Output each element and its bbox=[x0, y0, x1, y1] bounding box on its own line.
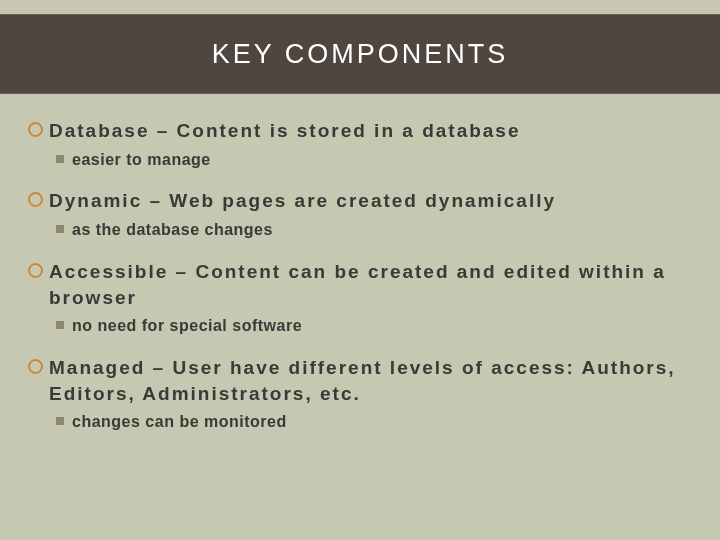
main-point: Dynamic – Web pages are created dynamica… bbox=[28, 188, 692, 214]
circle-bullet-icon bbox=[28, 122, 43, 137]
list-item: Accessible – Content can be created and … bbox=[28, 259, 692, 349]
sub-text: as the database changes bbox=[72, 220, 273, 241]
main-point: Managed – User have different levels of … bbox=[28, 355, 692, 406]
slide-title: KEY COMPONENTS bbox=[212, 39, 509, 70]
circle-bullet-icon bbox=[28, 192, 43, 207]
main-point: Database – Content is stored in a databa… bbox=[28, 118, 692, 144]
content-area: Database – Content is stored in a databa… bbox=[0, 94, 720, 445]
sub-text: easier to manage bbox=[72, 150, 211, 171]
main-text: Accessible – Content can be created and … bbox=[49, 259, 692, 310]
main-text: Managed – User have different levels of … bbox=[49, 355, 692, 406]
sub-point: easier to manage bbox=[28, 144, 692, 183]
header-band: KEY COMPONENTS bbox=[0, 14, 720, 94]
sub-point: changes can be monitored bbox=[28, 406, 692, 445]
sub-point: as the database changes bbox=[28, 214, 692, 253]
square-bullet-icon bbox=[56, 321, 64, 329]
circle-bullet-icon bbox=[28, 263, 43, 278]
main-text: Database – Content is stored in a databa… bbox=[49, 118, 692, 144]
sub-text: changes can be monitored bbox=[72, 412, 287, 433]
list-item: Database – Content is stored in a databa… bbox=[28, 118, 692, 182]
square-bullet-icon bbox=[56, 417, 64, 425]
circle-bullet-icon bbox=[28, 359, 43, 374]
list-item: Managed – User have different levels of … bbox=[28, 355, 692, 445]
main-point: Accessible – Content can be created and … bbox=[28, 259, 692, 310]
list-item: Dynamic – Web pages are created dynamica… bbox=[28, 188, 692, 252]
sub-point: no need for special software bbox=[28, 310, 692, 349]
square-bullet-icon bbox=[56, 225, 64, 233]
square-bullet-icon bbox=[56, 155, 64, 163]
main-text: Dynamic – Web pages are created dynamica… bbox=[49, 188, 692, 214]
sub-text: no need for special software bbox=[72, 316, 302, 337]
